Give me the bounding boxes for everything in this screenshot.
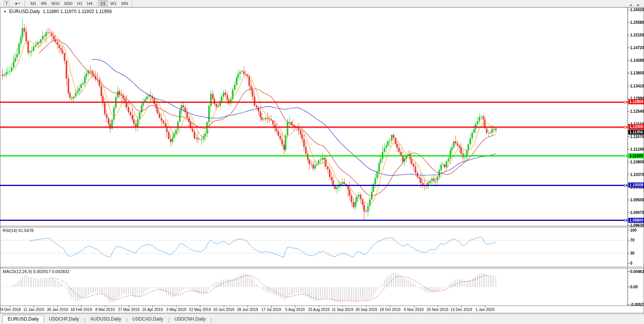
price-axis-label: 1.09500 xyxy=(630,198,644,202)
timeframe-buttons-group: M1M5M15M30H1H4D1W1MN xyxy=(28,0,134,7)
price-axis-label: 1.13410 xyxy=(630,84,644,88)
macd-level-label: -0.00529 xyxy=(630,303,644,307)
date-axis-label: 11 Jan 2019 xyxy=(23,308,44,312)
date-axis-label: 1 Jan 2020 xyxy=(475,308,495,312)
price-axis-label: 1.15580 xyxy=(630,20,644,25)
price-axis-label: 1.08630 xyxy=(630,223,644,227)
toolbar-separator xyxy=(132,1,132,6)
price-axis-label: 1.14280 xyxy=(630,58,644,62)
price-axis-label: 1.14720 xyxy=(630,45,644,49)
date-axis-label: 24 Dec 2018 xyxy=(0,308,21,312)
mt4-application: { "toolbar": { "text_tool_label": "T", "… xyxy=(0,0,644,324)
macd-indicator-label: MACD(12,26,9) 0.002917 0.002832 xyxy=(3,269,69,274)
chart-tools-icon: ◆ xyxy=(15,2,18,5)
date-axis-label: 28 Jun 2019 xyxy=(237,308,258,312)
chart-tab-eurusd[interactable]: EURUSD,Daily xyxy=(2,315,44,323)
date-axis-label: 27 Mar 2019 xyxy=(118,308,139,312)
rsi-level-label: 0 xyxy=(630,261,633,265)
date-axis-label: 30 Jan 2019 xyxy=(47,308,68,312)
date-axis-label: 5 Aug 2019 xyxy=(285,308,305,312)
timeframe-button-d1[interactable]: D1 xyxy=(98,0,108,6)
date-axis-label: 22 May 2019 xyxy=(189,308,211,312)
collapse-triangle-icon[interactable]: ▼ xyxy=(3,10,7,13)
timeframe-button-w1[interactable]: W1 xyxy=(108,0,119,6)
text-tool-icon: T xyxy=(4,1,10,6)
date-axis-label: 18 Feb 2019 xyxy=(70,308,92,312)
current-price-badge: 1.11956 xyxy=(628,130,644,135)
tab-scroll-arrows: ◄ ► xyxy=(629,3,640,7)
tab-separator: | xyxy=(210,317,211,322)
timeframe-button-m5[interactable]: M5 xyxy=(39,0,49,6)
macd-level-label: 0.00463 xyxy=(630,269,644,273)
price-axis-label: 1.11240 xyxy=(630,147,644,151)
rsi-level-label: 100 xyxy=(630,228,637,232)
text-label-tool-button[interactable]: T xyxy=(2,0,12,7)
date-axis-label: 10 Jun 2019 xyxy=(213,308,234,312)
date-axis-label: 17 Jul 2019 xyxy=(261,308,281,312)
date-axis-label: 15 Apr 2019 xyxy=(142,308,163,312)
price-line-badge: 1.12005 xyxy=(628,124,644,129)
tabs-scroll-right-icon[interactable]: ► xyxy=(637,3,640,7)
rsi-level-label: 70 xyxy=(630,238,634,242)
chart-tab-usdchf[interactable]: USDCHF,Daily xyxy=(44,315,84,323)
price-axis-label: 1.13850 xyxy=(630,71,644,75)
timeframe-button-m15[interactable]: M15 xyxy=(49,0,61,6)
chart-tools-dropdown-button[interactable]: ◆ ▾ xyxy=(13,0,22,7)
price-axis-label: 1.11670 xyxy=(630,135,644,139)
price-line-badge: 1.11009 xyxy=(628,153,644,158)
timeframe-button-mn[interactable]: MN xyxy=(120,0,130,6)
chart-tab-usdcad[interactable]: USDCAD,Daily xyxy=(127,315,168,323)
rsi-level-label: 30 xyxy=(630,251,634,255)
timeframe-button-m30[interactable]: M30 xyxy=(62,0,74,6)
toolbar-separator xyxy=(96,1,97,6)
date-axis-label: 23 Aug 2019 xyxy=(308,308,329,312)
date-axis-label: 25 Nov 2019 xyxy=(427,308,449,312)
timeframe-button-m1[interactable]: M1 xyxy=(29,0,38,6)
date-axis-label: 3 May 2019 xyxy=(166,308,186,312)
date-axis-label: 30 Sep 2019 xyxy=(356,308,377,312)
price-line-badge: 1.08800 xyxy=(628,218,644,223)
timeframe-button-h1[interactable]: H1 xyxy=(75,0,84,6)
price-axis-label: 1.10370 xyxy=(630,172,644,176)
top-toolbar: T ◆ ▾ M1M5M15M30H1H4D1W1MN xyxy=(0,0,644,7)
price-axis-label: 1.12540 xyxy=(630,109,644,113)
chart-title: ▼ EURUSD,Daily 1.11880 1.11970 1.11802 1… xyxy=(3,9,112,14)
price-axis-label: 1.15150 xyxy=(630,33,644,37)
price-axis-label: 1.16020 xyxy=(630,8,644,12)
price-axis-label: 1.10800 xyxy=(630,160,644,164)
chart-tab-usdcnh[interactable]: USDCNH,Daily xyxy=(169,315,210,323)
date-axis-label: 13 Dec 2019 xyxy=(451,308,472,312)
date-axis-label: 11 Sep 2019 xyxy=(332,308,353,312)
timeframe-button-h4[interactable]: H4 xyxy=(85,0,94,6)
chart-canvas[interactable] xyxy=(0,0,644,324)
price-axis-label: 1.09070 xyxy=(630,210,644,214)
date-axis-label: 8 Mar 2019 xyxy=(95,308,115,312)
chart-symbol-label: EURUSD,Daily xyxy=(9,9,40,14)
date-axis-label: 6 Nov 2019 xyxy=(404,308,423,312)
dropdown-caret-icon: ▾ xyxy=(18,2,20,5)
rsi-indicator-label: RSI(14) 61.5478 xyxy=(3,228,34,233)
chart-ohlc-values: 1.11880 1.11970 1.11802 1.11956 xyxy=(43,9,112,14)
tabs-scroll-left-icon[interactable]: ◄ xyxy=(629,3,632,7)
macd-level-label: 0.00 xyxy=(630,285,637,289)
chart-tabs-bar: EURUSD,DailyUSDCHF,Daily|AUDUSD,Daily|US… xyxy=(0,314,644,324)
toolbar-grip xyxy=(24,1,26,6)
price-line-badge: 1.12859 xyxy=(628,99,644,104)
date-axis-label: 18 Oct 2019 xyxy=(380,308,400,312)
chart-tab-audusd[interactable]: AUDUSD,Daily xyxy=(85,315,126,323)
price-line-badge: 1.10008 xyxy=(628,183,644,187)
